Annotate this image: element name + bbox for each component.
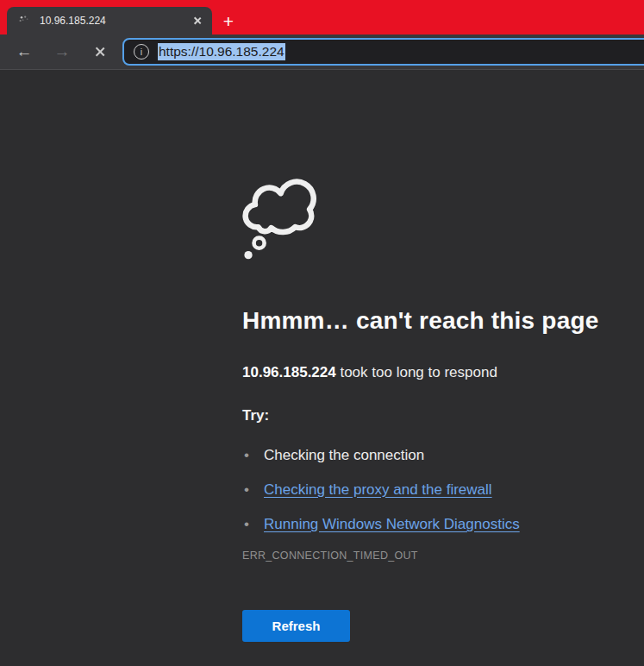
list-item-label: Checking the connection	[264, 447, 424, 463]
loading-spinner-icon	[17, 14, 31, 28]
bullet-icon: •	[244, 445, 249, 466]
try-list: • Checking the connection • Checking the…	[242, 445, 630, 535]
error-code: ERR_CONNECTION_TIMED_OUT	[242, 549, 630, 562]
cross-icon	[95, 47, 106, 58]
info-icon[interactable]: i	[134, 44, 149, 60]
back-button[interactable]: ←	[12, 40, 36, 64]
list-item-connection: • Checking the connection	[242, 445, 630, 466]
refresh-button[interactable]: Refresh	[242, 610, 350, 642]
bullet-icon: •	[244, 514, 249, 535]
tab-bar: 10.96.185.224 +	[0, 0, 644, 35]
network-diagnostics-link[interactable]: Running Windows Network Diagnostics	[264, 516, 520, 532]
page-content: Hmmm… can't reach this page 10.96.185.22…	[0, 70, 644, 666]
try-label: Try:	[242, 405, 630, 426]
browser-window: 10.96.185.224 + ← → i https://10.96.185.…	[0, 0, 644, 666]
url-text[interactable]: https://10.96.185.224	[158, 44, 285, 60]
arrow-right-icon: →	[54, 42, 71, 61]
list-item-proxy-firewall: • Checking the proxy and the firewall	[242, 480, 630, 500]
tab-close-icon[interactable]	[190, 13, 205, 28]
navigation-toolbar: ← → i https://10.96.185.224	[0, 35, 644, 70]
error-heading: Hmmm… can't reach this page	[242, 307, 630, 335]
list-item-network-diagnostics: • Running Windows Network Diagnostics	[242, 514, 630, 535]
proxy-firewall-link[interactable]: Checking the proxy and the firewall	[264, 481, 492, 498]
host-name: 10.96.185.224	[242, 364, 336, 380]
browser-tab[interactable]: 10.96.185.224	[7, 7, 212, 35]
error-subtitle: 10.96.185.224 took too long to respond	[242, 362, 630, 383]
bullet-icon: •	[244, 480, 249, 500]
thought-bubble-icon	[242, 173, 630, 262]
stop-button[interactable]	[88, 40, 112, 64]
tab-title: 10.96.185.224	[40, 15, 181, 27]
arrow-left-icon: ←	[16, 42, 33, 61]
error-page: Hmmm… can't reach this page 10.96.185.22…	[0, 70, 630, 642]
address-bar[interactable]: i https://10.96.185.224	[122, 38, 644, 66]
forward-button[interactable]: →	[50, 40, 74, 64]
url-selected-text: https://10.96.185.224	[158, 43, 285, 60]
subtitle-text: took too long to respond	[336, 364, 497, 380]
new-tab-button[interactable]: +	[216, 9, 241, 33]
plus-icon: +	[223, 12, 234, 30]
